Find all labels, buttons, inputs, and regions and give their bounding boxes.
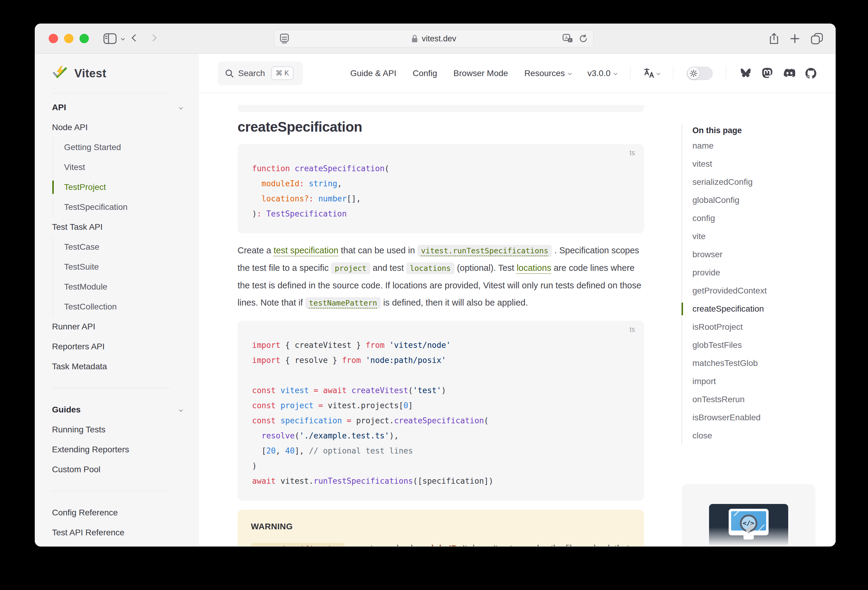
sidebar-item-testsuite[interactable]: TestSuite (53, 257, 199, 277)
sidebar-item-testcase[interactable]: TestCase (53, 237, 199, 257)
search-shortcut: ⌘ K (271, 66, 294, 80)
toc-item-close[interactable]: close (692, 427, 827, 445)
sidebar-item-getting-started[interactable]: Getting Started (53, 137, 199, 157)
toc-item-globtestfiles[interactable]: globTestFiles (692, 336, 827, 354)
browser-window: vitest.dev Ax̄ (35, 24, 836, 546)
warning-body: createSpecification expects resolved mod… (251, 540, 631, 546)
sidebar-toggle-icon[interactable] (103, 33, 117, 44)
close-window-button[interactable] (49, 34, 58, 43)
search-icon (225, 69, 234, 78)
sidebar-item-running-tests[interactable]: Running Tests (35, 420, 199, 440)
toc-item-provide[interactable]: provide (692, 263, 827, 282)
sponsor-ad-card[interactable]: </> (682, 484, 815, 546)
nav-version-dropdown[interactable]: v3.0.0 (588, 69, 617, 78)
translate-icon[interactable]: Ax̄ (562, 34, 573, 44)
minimize-window-button[interactable] (64, 34, 74, 43)
sidebar-item-testproject[interactable]: TestProject (53, 177, 199, 197)
search-label: Search (238, 69, 265, 78)
sidebar-item-config-reference[interactable]: Config Reference (35, 503, 199, 523)
sidebar-item-node-api[interactable]: Node API (35, 118, 199, 137)
toc-item-globalconfig[interactable]: globalConfig (692, 191, 827, 209)
back-button[interactable] (128, 32, 142, 45)
code-search-illustration: </> (709, 504, 788, 546)
reload-icon[interactable] (579, 34, 588, 43)
sidebar-menu-chevron-icon[interactable] (121, 37, 125, 40)
browser-toolbar: vitest.dev Ax̄ (35, 24, 836, 54)
toc-item-import[interactable]: import (692, 372, 827, 390)
text-run: that can be used in (338, 246, 417, 255)
discord-icon[interactable] (783, 69, 795, 78)
sidebar-item-test-api-reference[interactable]: Test API Reference (35, 523, 199, 543)
sidebar-item-testcollection[interactable]: TestCollection (53, 297, 199, 317)
sidebar-item-reporters-api[interactable]: Reporters API (35, 337, 199, 357)
new-tab-icon[interactable] (790, 34, 800, 44)
text-run: and test (370, 263, 406, 273)
mastodon-icon[interactable] (762, 68, 773, 79)
lock-icon (411, 34, 418, 43)
toc-item-ontestsrerun[interactable]: onTestsRerun (692, 390, 827, 409)
toc-item-name[interactable]: name (692, 137, 827, 155)
sidebar-item-runner-api[interactable]: Runner API (35, 317, 199, 337)
sun-icon (690, 69, 698, 77)
toc-item-config[interactable]: config (692, 209, 827, 227)
bluesky-icon[interactable] (740, 68, 751, 78)
sidebar-item-testmodule[interactable]: TestModule (53, 277, 199, 297)
site-title[interactable]: Vitest (74, 67, 106, 80)
toc-item-isbrowserenabled[interactable]: isBrowserEnabled (692, 409, 827, 427)
url-text[interactable]: vitest.dev (422, 34, 456, 44)
share-icon[interactable] (769, 32, 779, 45)
toc-item-getprovidedcontext[interactable]: getProvidedContext (692, 282, 827, 300)
inline-code-link[interactable]: testNamePattern (305, 297, 381, 309)
inline-link[interactable]: locations (517, 263, 551, 273)
language-dropdown[interactable] (644, 68, 660, 78)
chevron-down-icon (179, 106, 183, 110)
inline-code: createSpecification (251, 543, 344, 546)
doc-sidebar: Vitest APINode APIGetting StartedVitestT… (35, 54, 199, 546)
code-block-example[interactable]: ts import { createVitest } from 'vitest/… (238, 321, 644, 501)
text-run: is defined, then it will also be applied… (381, 298, 528, 308)
inline-link[interactable]: module ID (415, 543, 458, 546)
inline-link[interactable]: test specification (273, 246, 338, 255)
vitest-logo-icon[interactable] (52, 66, 69, 81)
inline-code: project (331, 262, 370, 274)
zoom-window-button[interactable] (80, 34, 89, 43)
toc-item-isrootproject[interactable]: isRootProject (692, 318, 827, 336)
sidebar-item-test-task-api[interactable]: Test Task API (35, 217, 199, 237)
previous-code-block-edge (238, 105, 644, 112)
translate-language-icon (644, 68, 654, 78)
sidebar-item-guides[interactable]: Guides (35, 400, 199, 420)
nav-link-guide-api[interactable]: Guide & API (350, 69, 397, 78)
inline-code-link[interactable]: vitest.runTestSpecifications (417, 245, 552, 257)
toc-item-createspecification[interactable]: createSpecification (692, 300, 827, 318)
theme-toggle[interactable] (686, 67, 713, 80)
nav-link-browser-mode[interactable]: Browser Mode (453, 69, 508, 78)
forward-button[interactable] (146, 32, 160, 45)
toc-item-vitest[interactable]: vitest (692, 155, 827, 173)
code-language-label: ts (630, 149, 635, 157)
svg-text:A: A (565, 35, 568, 40)
nav-resources-dropdown[interactable]: Resources (524, 69, 571, 78)
sidebar-item-task-metadata[interactable]: Task Metadata (35, 357, 199, 377)
address-bar[interactable]: vitest.dev Ax̄ (274, 30, 593, 47)
description-paragraph: Create a test specification that can be … (238, 242, 644, 312)
sidebar-item-custom-pool[interactable]: Custom Pool (35, 459, 199, 480)
sidebar-item-extending-reporters[interactable]: Extending Reporters (35, 440, 199, 459)
on-this-page-aside: On this page namevitestserializedConfigg… (682, 93, 827, 445)
nav-link-config[interactable]: Config (413, 69, 437, 78)
text-run: Create a (238, 246, 273, 255)
code-block-signature[interactable]: ts function createSpecification( moduleI… (238, 144, 644, 233)
top-navbar: Search ⌘ K Guide & APIConfigBrowser Mode… (199, 54, 836, 93)
inline-code: locations (406, 262, 454, 274)
sidebar-item-api[interactable]: API (35, 97, 199, 118)
toc-item-matchestestglob[interactable]: matchesTestGlob (692, 354, 827, 372)
toc-item-vite[interactable]: vite (692, 227, 827, 246)
sidebar-item-testspecification[interactable]: TestSpecification (53, 197, 199, 217)
github-icon[interactable] (805, 68, 816, 79)
tab-overview-icon[interactable] (811, 33, 823, 44)
chevron-down-icon (179, 408, 183, 412)
sidebar-item-vitest[interactable]: Vitest (53, 157, 199, 177)
search-button[interactable]: Search ⌘ K (218, 62, 303, 85)
toc-item-serializedconfig[interactable]: serializedConfig (692, 173, 827, 191)
toc-item-browser[interactable]: browser (692, 246, 827, 263)
sidebar-nav: APINode APIGetting StartedVitestTestProj… (35, 93, 199, 543)
